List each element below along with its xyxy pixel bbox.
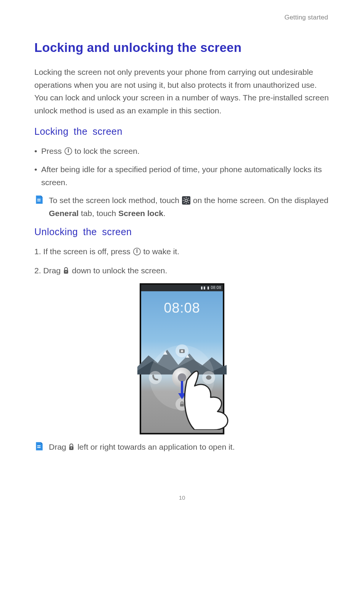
bullet-text: Press to lock the screen. [41, 145, 330, 158]
bullet-item: • After being idle for a specified perio… [34, 163, 330, 189]
step-number: 1. [34, 245, 43, 258]
text-fragment: Press [41, 147, 64, 155]
step-text: If the screen is off, press to wake it. [43, 245, 330, 258]
step-item: 2. Drag down to unlock the screen. [34, 264, 330, 277]
lock-icon [68, 442, 75, 449]
text-fragment: down to unlock the screen. [72, 266, 168, 275]
page-number: 10 [34, 494, 330, 501]
svg-point-20 [181, 350, 183, 352]
battery-icon: ▮ [207, 286, 211, 290]
svg-rect-28 [71, 448, 72, 449]
phone-illustration: ▮▮ ▮ 08:08 08:08 [34, 283, 330, 436]
signal-icon: ▮▮ [201, 286, 207, 290]
hand-pointer-icon [179, 369, 237, 430]
power-icon [64, 146, 72, 155]
text-fragment: to wake it. [143, 247, 179, 256]
note-block: Drag left or right towards an applicatio… [34, 441, 330, 454]
text-fragment: on the home screen. On the displayed [193, 196, 329, 205]
ring-shortcut-phone [149, 371, 162, 384]
locking-bullets: • Press to lock the screen. • After bein… [34, 145, 330, 189]
bullet-marker: • [34, 163, 41, 176]
status-bar: ▮▮ ▮ 08:08 [141, 285, 223, 291]
note-text: Drag left or right towards an applicatio… [49, 441, 330, 454]
bold-text: Screen lock [118, 209, 163, 218]
text-fragment: If the screen is off, press [43, 247, 132, 256]
note-block: To set the screen lock method, touch [34, 194, 330, 219]
bullet-item: • Press to lock the screen. [34, 145, 330, 158]
text-fragment: Drag [43, 266, 63, 275]
bullet-marker: • [34, 145, 41, 158]
ring-shortcut-camera [176, 344, 188, 357]
step-text: Drag down to unlock the screen. [43, 264, 330, 277]
bold-text: General [49, 209, 79, 218]
step-item: 1. If the screen is off, press to wake i… [34, 245, 330, 258]
header-chapter: Getting started [34, 14, 328, 21]
text-fragment: tab, touch [79, 209, 118, 218]
unlock-steps: 1. If the screen is off, press to wake i… [34, 245, 330, 277]
text-fragment: To set the screen lock method, touch [49, 196, 182, 205]
phone-frame: ▮▮ ▮ 08:08 08:08 [140, 283, 224, 434]
note-icon [34, 195, 44, 205]
section-heading-locking: Locking the screen [34, 126, 330, 137]
intro-paragraph: Locking the screen not only prevents you… [34, 66, 330, 117]
text-fragment: . [163, 209, 166, 218]
lock-icon [63, 265, 70, 273]
section-heading-unlocking: Unlocking the screen [34, 226, 330, 237]
lock-screen-clock: 08:08 [141, 300, 223, 316]
text-fragment: Drag [49, 442, 68, 451]
note-icon [34, 441, 44, 451]
note-text: To set the screen lock method, touch [49, 194, 330, 219]
step-number: 2. [34, 264, 43, 277]
settings-icon [182, 196, 191, 205]
page-title: Locking and unlocking the screen [34, 40, 330, 55]
power-icon [133, 247, 141, 255]
text-fragment: left or right towards an application to … [77, 442, 235, 451]
bullet-text: After being idle for a specified period … [41, 163, 330, 189]
svg-rect-18 [66, 271, 66, 273]
text-fragment: to lock the screen. [74, 147, 139, 155]
status-time: 08:08 [211, 286, 221, 290]
